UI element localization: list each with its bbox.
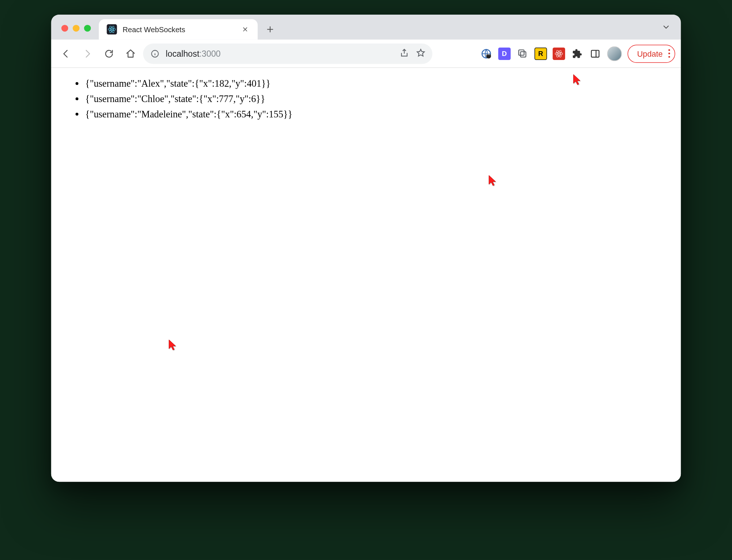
user-json-item: {"username":"Madeleine","state":{"x":654… [85,107,658,122]
toolbar: localhost:3000 D R [51,40,681,68]
side-panel-icon[interactable] [589,47,601,60]
home-button[interactable] [122,44,140,63]
back-button[interactable] [57,44,75,63]
minimize-window-button[interactable] [73,25,80,32]
reload-button[interactable] [100,44,118,63]
svg-point-13 [558,53,560,54]
bookmark-star-icon[interactable] [416,48,425,59]
close-tab-button[interactable] [240,25,250,34]
react-devtools-icon[interactable] [553,47,565,60]
react-icon [107,24,117,34]
url-port: :3000 [199,49,221,58]
url-host: localhost [166,49,199,58]
svg-rect-8 [521,52,526,57]
user-json-item: {"username":"Alex","state":{"x":182,"y":… [85,76,658,91]
svg-rect-9 [519,50,524,55]
active-tab[interactable]: React WebSockets [99,19,258,40]
page-content: {"username":"Alex","state":{"x":182,"y":… [51,68,681,130]
update-button[interactable]: Update [627,44,675,63]
update-label: Update [637,49,663,58]
privacy-globe-icon[interactable] [480,47,492,60]
forward-button[interactable] [78,44,97,63]
remote-cursor-icon [168,339,177,352]
svg-rect-14 [591,50,599,57]
user-json-item: {"username":"Chloe","state":{"x":777,"y"… [85,91,658,107]
close-window-button[interactable] [61,25,68,32]
svg-rect-7 [488,55,490,57]
address-bar[interactable]: localhost:3000 [143,43,433,64]
menu-dots-icon [668,49,670,58]
d-extension-icon[interactable]: D [498,47,511,60]
remote-cursor-icon [488,174,497,187]
page-viewport: {"username":"Alex","state":{"x":182,"y":… [51,68,681,482]
copy-extension-icon[interactable] [516,47,529,60]
extensions-group: D R Update [480,44,675,63]
share-icon[interactable] [399,48,409,59]
site-info-icon[interactable] [150,48,160,59]
maximize-window-button[interactable] [84,25,91,32]
window-controls [61,25,91,32]
tab-strip: React WebSockets [51,15,681,40]
url-text: localhost:3000 [166,49,221,58]
user-json-list: {"username":"Alex","state":{"x":182,"y":… [74,76,658,122]
extensions-puzzle-icon[interactable] [571,47,583,60]
r-extension-icon[interactable]: R [534,47,547,60]
new-tab-button[interactable] [262,22,278,37]
profile-avatar[interactable] [607,46,622,61]
browser-window: React WebSockets [51,15,681,482]
tab-search-button[interactable] [662,23,671,34]
tab-title: React WebSockets [123,25,235,34]
svg-point-3 [111,29,113,30]
